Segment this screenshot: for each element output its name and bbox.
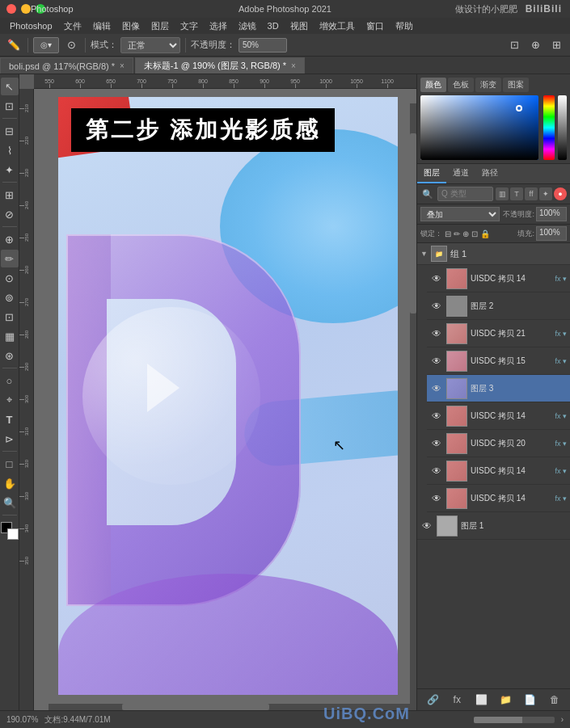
- layer-vis-7[interactable]: 👁: [430, 465, 443, 478]
- layer-vis-0[interactable]: 👁: [430, 272, 443, 285]
- clone-tool[interactable]: ⊙: [1, 269, 19, 287]
- filter-mode-icon[interactable]: ✦: [539, 187, 552, 200]
- opacity-input[interactable]: 50%: [239, 38, 287, 53]
- lock-transparent-icon[interactable]: ⊟: [445, 229, 451, 238]
- gradient-tool[interactable]: ▦: [1, 327, 19, 345]
- tab-layers[interactable]: 图层: [417, 164, 446, 183]
- layer-group-header[interactable]: ▼ 📁 组 1: [417, 243, 570, 265]
- h-scrollbar-thumb[interactable]: [122, 704, 269, 710]
- color-tab-pattern[interactable]: 图案: [503, 78, 529, 92]
- move-tool[interactable]: ↖: [1, 78, 19, 95]
- layer-vis-2[interactable]: 👁: [430, 327, 443, 340]
- menu-help[interactable]: 帮助: [391, 19, 418, 34]
- fill-value[interactable]: 100%: [536, 226, 567, 241]
- layer-vis-8[interactable]: 👁: [430, 492, 443, 505]
- artboard-tool[interactable]: ⊡: [1, 97, 19, 115]
- layer-item-4[interactable]: 👁 图层 3: [427, 375, 570, 402]
- menu-3d[interactable]: 3D: [263, 19, 284, 32]
- type-tool[interactable]: T: [1, 410, 19, 428]
- symmetry-icon[interactable]: ⊞: [547, 36, 565, 54]
- background-color[interactable]: [7, 528, 19, 540]
- vertical-scrollbar[interactable]: [410, 103, 416, 704]
- menu-photoshop[interactable]: Photoshop: [5, 19, 57, 32]
- layer-vis-6[interactable]: 👁: [430, 437, 443, 450]
- dodge-tool[interactable]: ○: [1, 372, 19, 389]
- tab-channels[interactable]: 通道: [446, 164, 475, 183]
- alpha-slider[interactable]: [558, 95, 567, 160]
- lock-position-icon[interactable]: ⊕: [462, 229, 469, 238]
- layer-vis-4[interactable]: 👁: [430, 382, 443, 395]
- menu-select[interactable]: 选择: [205, 19, 232, 34]
- layer-item-1[interactable]: 👁 图层 2: [427, 292, 570, 320]
- layer-vis-5[interactable]: 👁: [430, 410, 443, 423]
- v-scrollbar-thumb[interactable]: [410, 133, 416, 314]
- blend-mode-select[interactable]: 正常 溶解 正片叠底: [120, 37, 180, 53]
- menu-plugins[interactable]: 增效工具: [315, 19, 360, 34]
- hue-slider[interactable]: [543, 95, 555, 160]
- color-tab-swatches[interactable]: 色板: [448, 78, 474, 92]
- layer-item-0[interactable]: 👁 UISDC 拷贝 14 fx ▾: [427, 265, 570, 292]
- hand-tool[interactable]: ✋: [1, 474, 19, 492]
- zoom-tool[interactable]: 🔍: [1, 494, 19, 511]
- layer-item-8[interactable]: 👁 UISDC 拷贝 14 fx ▾: [427, 485, 570, 512]
- menu-view[interactable]: 视图: [285, 19, 313, 34]
- lock-all-icon[interactable]: 🔒: [480, 229, 490, 238]
- close-button[interactable]: [6, 4, 16, 14]
- menu-text[interactable]: 文字: [175, 19, 203, 34]
- marquee-tool[interactable]: ⊟: [1, 122, 19, 140]
- filter-kind-icon[interactable]: ▥: [496, 187, 509, 200]
- brush-size-icon[interactable]: ⊙: [62, 36, 80, 54]
- layer-item-2[interactable]: 👁 UISDC 拷贝 21 fx ▾: [427, 320, 570, 347]
- tab-paths[interactable]: 路径: [475, 164, 505, 183]
- eyedropper-tool[interactable]: ⊘: [1, 205, 19, 223]
- crop-tool[interactable]: ⊞: [1, 186, 19, 204]
- lasso-tool[interactable]: ⌇: [1, 141, 19, 159]
- add-style-icon[interactable]: fx: [450, 692, 464, 707]
- layer-blend-select[interactable]: 叠加 正常 正片叠底: [420, 207, 500, 221]
- layer-item-6[interactable]: 👁 UISDC 拷贝 20 fx ▾: [427, 430, 570, 457]
- foreground-background-colors[interactable]: [1, 522, 19, 540]
- menu-image[interactable]: 图像: [117, 19, 145, 34]
- brush-tool-icon[interactable]: ✏️: [5, 36, 23, 54]
- menu-file[interactable]: 文件: [59, 19, 87, 34]
- layer-vis-3[interactable]: 👁: [430, 355, 443, 368]
- menu-edit[interactable]: 编辑: [88, 19, 116, 34]
- pen-tool[interactable]: ⌖: [1, 391, 19, 409]
- eraser-tool[interactable]: ⊡: [1, 308, 19, 326]
- layer-item-7[interactable]: 👁 UISDC 拷贝 14 fx ▾: [427, 457, 570, 485]
- blur-tool[interactable]: ⊛: [1, 347, 19, 364]
- pressure-icon[interactable]: ⊡: [505, 36, 523, 54]
- filter-name-icon[interactable]: T: [510, 187, 523, 200]
- shape-tool[interactable]: □: [1, 455, 19, 473]
- add-mask-icon[interactable]: ⬜: [474, 692, 488, 707]
- layers-search-input[interactable]: Q 类型: [437, 187, 493, 201]
- layer-vis-9[interactable]: 👁: [420, 520, 433, 532]
- opacity-value[interactable]: 100%: [536, 207, 567, 221]
- history-tool[interactable]: ⊚: [1, 288, 19, 306]
- path-select-tool[interactable]: ⊳: [1, 430, 19, 448]
- filter-effect-icon[interactable]: ff: [525, 187, 538, 200]
- close-tab-untitled[interactable]: ×: [291, 61, 296, 70]
- menu-filter[interactable]: 滤镜: [234, 19, 261, 34]
- wand-tool[interactable]: ✦: [1, 161, 19, 179]
- new-layer-icon[interactable]: 📄: [523, 692, 538, 707]
- color-picker-gradient[interactable]: [420, 95, 538, 160]
- tab-untitled[interactable]: 未标题-1 @ 190% (图层 3, RGB/8) * ×: [135, 57, 305, 74]
- color-selector-handle[interactable]: [516, 105, 522, 112]
- brush-preset-picker[interactable]: ◎▾: [33, 37, 59, 53]
- canvas-document[interactable]: 第二步 添加光影质感 ↖: [58, 97, 398, 695]
- menu-window[interactable]: 窗口: [361, 19, 389, 34]
- layer-vis-1[interactable]: 👁: [430, 300, 443, 313]
- layer-item-3[interactable]: 👁 UISDC 拷贝 15 fx ▾: [427, 347, 570, 375]
- delete-layer-icon[interactable]: 🗑: [547, 692, 562, 707]
- lock-artboard-icon[interactable]: ⊡: [471, 229, 478, 238]
- horizontal-scrollbar[interactable]: [49, 704, 416, 710]
- menu-layer[interactable]: 图层: [146, 19, 174, 34]
- filter-toggle[interactable]: ●: [554, 187, 567, 200]
- lock-image-icon[interactable]: ✏: [454, 229, 460, 238]
- link-layers-icon[interactable]: 🔗: [425, 692, 440, 707]
- layer-item-5[interactable]: 👁 UISDC 拷贝 14 fx ▾: [427, 402, 570, 430]
- color-tab-gradient[interactable]: 渐变: [475, 78, 501, 92]
- layer-item-9[interactable]: 👁 图层 1: [417, 512, 570, 540]
- color-tab-color[interactable]: 颜色: [420, 78, 446, 92]
